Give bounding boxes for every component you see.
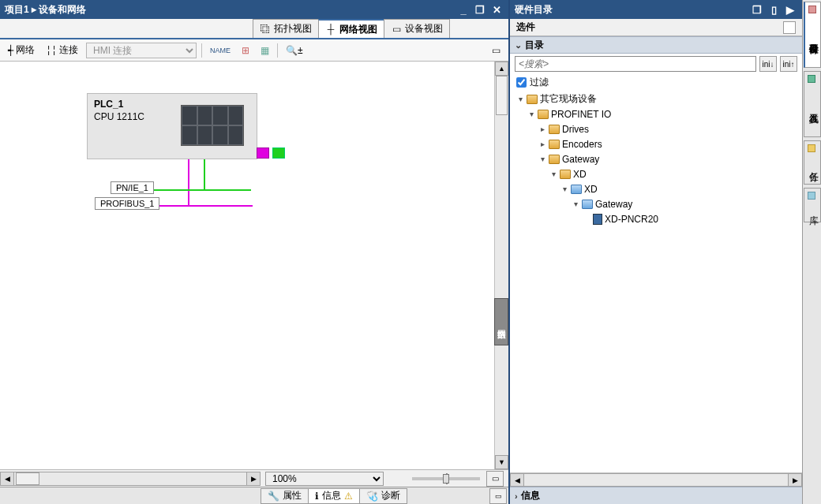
overview-button[interactable]: ▭	[486, 471, 504, 487]
vertical-scrollbar[interactable]: ▲ ▼	[494, 62, 508, 469]
side-tab-tasks[interactable]: 任务	[804, 140, 821, 185]
plc-device[interactable]: PLC_1 CPU 1211C	[87, 93, 257, 159]
scroll-right-button[interactable]: ▶	[788, 473, 802, 487]
scroll-left-button[interactable]: ◀	[0, 472, 14, 486]
scroll-down-button[interactable]: ▼	[495, 455, 508, 469]
network-icon: ┼	[325, 24, 336, 34]
side-tab-library[interactable]: 库	[804, 188, 821, 222]
tab-network[interactable]: ┼ 网络视图	[318, 19, 384, 38]
tab-label: 诊断	[381, 489, 400, 502]
catalog-collapse-button[interactable]: ▯	[767, 3, 781, 16]
catalog-title: 硬件目录	[515, 3, 553, 17]
tree-label: Drives	[562, 124, 589, 135]
zoom-fit-button[interactable]: 🔍±	[283, 42, 306, 59]
tree-node-xd[interactable]: ▾XD	[516, 166, 796, 181]
tab-info[interactable]: ℹ 信息 ⚠	[308, 488, 360, 504]
scroll-up-button[interactable]: ▲	[495, 62, 508, 76]
scroll-left-button[interactable]: ◀	[510, 473, 524, 487]
tree-node-encoders[interactable]: ▸Encoders	[516, 136, 796, 151]
pb-subnet-label[interactable]: PROFIBUS_1	[95, 197, 159, 210]
scroll-right-button[interactable]: ▶	[246, 472, 261, 486]
zoom-slider-handle[interactable]	[443, 474, 449, 483]
hscroll-track[interactable]	[14, 472, 246, 486]
folder-icon	[560, 170, 571, 179]
search-down-button[interactable]: ini↓	[759, 56, 777, 72]
search-up-button[interactable]: ini↑	[780, 56, 797, 72]
folder-icon	[527, 95, 538, 104]
catalog-hide-button[interactable]: ▶	[783, 3, 797, 16]
network-data-tab[interactable]: 网络数据	[494, 298, 508, 345]
filter-checkbox[interactable]	[516, 77, 527, 88]
tab-label: 信息	[322, 489, 341, 502]
catalog-pin-button[interactable]: ❐	[750, 3, 764, 16]
page-setup-button[interactable]: ▭	[489, 42, 504, 59]
name-toggle-button[interactable]: NAME	[207, 42, 234, 59]
profibus-port[interactable]	[257, 147, 269, 159]
catalog-hscroll[interactable]: ◀ ▶	[510, 472, 802, 487]
tab-label: 设备视图	[405, 22, 443, 35]
options-bar: 选件	[510, 19, 802, 36]
connection-type-select[interactable]: HMI 连接	[86, 43, 197, 58]
side-tab-hardware-catalog[interactable]: 硬件目录	[804, 2, 821, 68]
tree-node-drives[interactable]: ▸Drives	[516, 121, 796, 136]
folder-icon	[582, 200, 593, 209]
zoom-select[interactable]: 100%	[265, 472, 384, 486]
tab-label: 属性	[283, 489, 302, 502]
hscroll-thumb[interactable]	[16, 472, 39, 485]
right-sidebar-tabs: 硬件目录 在线工具 任务 库	[802, 0, 821, 504]
connection-tool[interactable]: ╎╎ 连接	[43, 42, 81, 59]
vscroll-thumb[interactable]	[496, 76, 508, 115]
side-tab-online-tools[interactable]: 在线工具	[804, 71, 821, 137]
tree-node-xd-pncr20[interactable]: XD-PNCR20	[516, 211, 796, 226]
tree-node-other-field-devices[interactable]: ▾其它现场设备	[516, 91, 796, 106]
profinet-port[interactable]	[272, 147, 285, 159]
pn-line-h[interactable]	[148, 189, 251, 191]
address-button[interactable]: ▦	[257, 42, 272, 59]
bottom-scroll-row: ◀ ▶ 100% ▭	[0, 469, 508, 487]
tree-node-gateway-2[interactable]: ▾Gateway	[516, 196, 796, 211]
vscroll-track[interactable]	[495, 76, 508, 455]
tree-label: Encoders	[562, 139, 602, 150]
close-button[interactable]: ✕	[489, 3, 504, 16]
plc-rack-graphic	[181, 105, 244, 146]
options-toggle-button[interactable]	[783, 21, 796, 34]
minimize-button[interactable]: _	[456, 3, 470, 16]
pn-subnet-label[interactable]: PN/IE_1	[111, 181, 154, 194]
tasks-icon	[808, 144, 815, 152]
network-canvas[interactable]: PLC_1 CPU 1211C PN/IE_1 PROFIBUS_1	[0, 62, 494, 469]
tree-label: XD	[573, 169, 587, 180]
pn-line-v	[204, 159, 205, 191]
catalog-section-header[interactable]: ⌄ 目录	[510, 36, 802, 54]
network-tool[interactable]: ┽ 网络	[5, 42, 38, 59]
section-label: 信息	[521, 489, 540, 502]
inspector-collapse-button[interactable]: ▭	[489, 488, 507, 504]
catalog-info-header[interactable]: › 信息	[510, 487, 802, 504]
properties-icon: 🔧	[268, 491, 279, 502]
tab-label: 网络视图	[339, 23, 377, 36]
restore-button[interactable]: ❐	[473, 3, 487, 16]
relations-button[interactable]: ⊞	[238, 42, 253, 59]
tab-diagnostics[interactable]: 🩺 诊断	[359, 488, 407, 504]
tree-node-profinet-io[interactable]: ▾PROFINET IO	[516, 106, 796, 121]
tree-label: XD-PNCR20	[605, 214, 658, 225]
catalog-search-input[interactable]	[515, 56, 756, 72]
editor-pane: 项目1 ▸ 设备和网络 _ ❐ ✕ ⿻ 拓扑视图 ┼ 网络视图 ▭ 设备视图 ┽…	[0, 0, 510, 504]
options-label: 选件	[516, 21, 535, 34]
tab-topology[interactable]: ⿻ 拓扑视图	[253, 19, 319, 38]
folder-icon	[549, 125, 560, 134]
horizontal-scrollbar[interactable]: ◀ ▶	[0, 472, 261, 486]
section-label: 目录	[525, 39, 544, 52]
tab-properties[interactable]: 🔧 属性	[261, 488, 309, 504]
tree-label: 其它现场设备	[540, 92, 597, 106]
plc-cpu: CPU 1211C	[94, 111, 144, 122]
tree-node-xd-2[interactable]: ▾XD	[516, 181, 796, 196]
connection-tool-label: 连接	[59, 43, 78, 57]
breadcrumb: 项目1 ▸ 设备和网络	[5, 3, 86, 17]
catalog-tree: ▾其它现场设备 ▾PROFINET IO ▸Drives ▸Encoders ▾…	[510, 90, 802, 472]
zoom-slider[interactable]	[412, 477, 480, 480]
tab-device[interactable]: ▭ 设备视图	[384, 19, 450, 38]
folder-icon	[549, 155, 560, 164]
network-tool-icon: ┽	[8, 45, 13, 56]
tree-node-gateway[interactable]: ▾Gateway	[516, 151, 796, 166]
library-icon	[808, 192, 815, 200]
